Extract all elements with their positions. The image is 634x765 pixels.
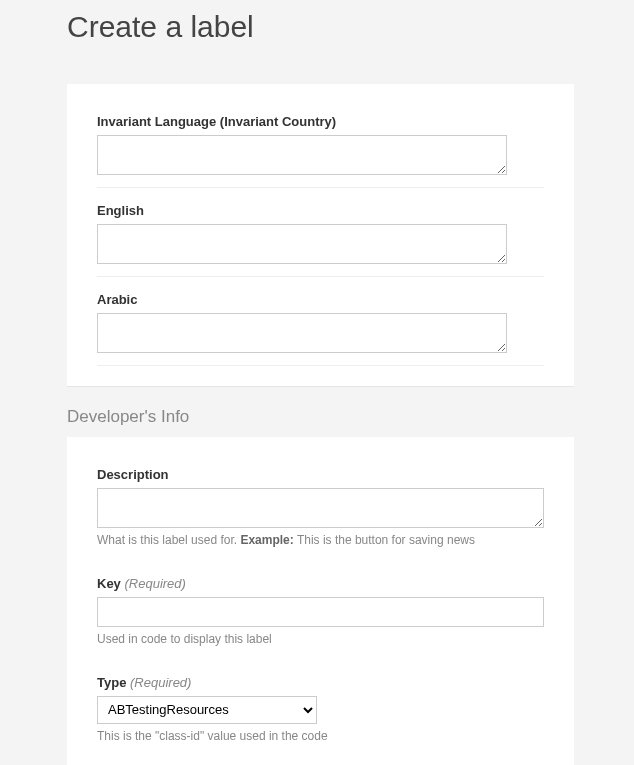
type-label: Type (Required) (97, 675, 544, 690)
key-input[interactable] (97, 597, 544, 627)
invariant-input[interactable] (97, 135, 507, 175)
page-title: Create a label (0, 0, 634, 54)
description-label: Description (97, 467, 544, 482)
arabic-label: Arabic (97, 292, 544, 307)
type-select[interactable]: ABTestingResources (97, 696, 317, 724)
invariant-label: Invariant Language (Invariant Country) (97, 114, 544, 129)
key-help: Used in code to display this label (97, 631, 544, 648)
arabic-input[interactable] (97, 313, 507, 353)
developer-section-title: Developer's Info (0, 407, 634, 437)
description-help: What is this label used for. Example: Th… (97, 532, 544, 549)
english-label: English (97, 203, 544, 218)
key-label: Key (Required) (97, 576, 544, 591)
languages-panel: Invariant Language (Invariant Country) E… (67, 84, 574, 387)
developer-panel: Description What is this label used for.… (67, 437, 574, 765)
english-input[interactable] (97, 224, 507, 264)
type-help: This is the "class-id" value used in the… (97, 728, 544, 745)
description-input[interactable] (97, 488, 544, 528)
